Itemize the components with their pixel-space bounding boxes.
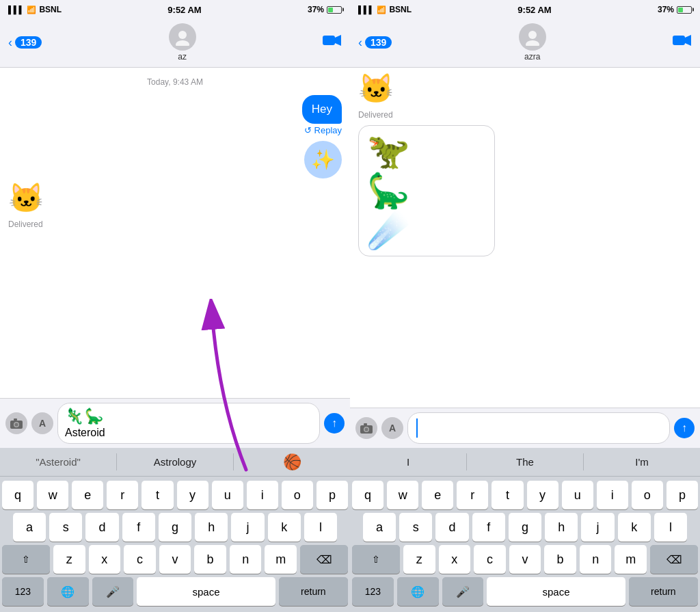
key-globe-1[interactable]: 🌐 — [47, 577, 89, 606]
video-button-2[interactable] — [673, 34, 692, 51]
pred-i-2[interactable]: I — [350, 453, 467, 470]
contact-avatar-2[interactable]: azra — [519, 23, 546, 62]
send-button-2[interactable]: ↑ — [674, 418, 695, 438]
pred-the-2[interactable]: The — [467, 453, 584, 470]
camera-button-1[interactable] — [5, 412, 27, 434]
key-z-1[interactable]: z — [53, 545, 85, 574]
pred-emoji-1[interactable]: 🏀 — [234, 451, 350, 474]
key-l-2[interactable]: l — [654, 513, 687, 542]
key-m-1[interactable]: m — [265, 545, 297, 574]
pred-im-2[interactable]: I'm — [584, 453, 700, 470]
key-w-1[interactable]: w — [37, 481, 68, 509]
key-u-1[interactable]: u — [212, 481, 243, 509]
contact-avatar-1[interactable]: az — [169, 23, 196, 62]
key-num-2[interactable]: 123 — [352, 577, 394, 606]
key-s-1[interactable]: s — [49, 513, 82, 542]
key-c-1[interactable]: c — [124, 545, 156, 574]
key-shift-1[interactable]: ⇧ — [2, 545, 50, 574]
key-a-1[interactable]: a — [13, 513, 46, 542]
key-d-2[interactable]: d — [435, 513, 468, 542]
sticker-longneck: 🦕 — [367, 174, 409, 208]
apps-button-1[interactable]: A — [31, 412, 53, 434]
status-left-1: ▌▌▌ 📶 BSNL — [8, 5, 62, 14]
key-s-2[interactable]: s — [399, 513, 432, 542]
key-x-1[interactable]: x — [89, 545, 121, 574]
pred-astrology-1[interactable]: Astrology — [117, 453, 234, 470]
key-w-2[interactable]: w — [387, 481, 418, 509]
key-row-4-2: 123 🌐 🎤 space return — [352, 577, 698, 606]
key-n-2[interactable]: n — [580, 545, 612, 574]
key-j-2[interactable]: j — [581, 513, 614, 542]
key-h-1[interactable]: h — [195, 513, 228, 542]
key-z-2[interactable]: z — [403, 545, 435, 574]
camera-button-2[interactable] — [355, 417, 377, 439]
time-1: 9:52 AM — [167, 5, 201, 15]
send-icon-1: ↑ — [332, 417, 337, 429]
key-x-2[interactable]: x — [439, 545, 471, 574]
key-r-1[interactable]: r — [107, 481, 138, 509]
input-field-1[interactable]: 🦎 🦕 Asteroid — [57, 403, 320, 444]
video-button-1[interactable] — [323, 34, 342, 51]
battery-icon-1 — [327, 6, 342, 14]
back-count-1[interactable]: 139 — [15, 36, 42, 49]
key-o-2[interactable]: o — [632, 481, 663, 509]
key-r-2[interactable]: r — [457, 481, 488, 509]
key-p-2[interactable]: p — [667, 481, 698, 509]
key-l-1[interactable]: l — [304, 513, 337, 542]
apps-icon-2: A — [389, 423, 396, 434]
key-h-2[interactable]: h — [545, 513, 578, 542]
key-t-2[interactable]: t — [492, 481, 523, 509]
key-f-2[interactable]: f — [472, 513, 505, 542]
key-num-1[interactable]: 123 — [2, 577, 44, 606]
key-g-1[interactable]: g — [159, 513, 191, 542]
key-y-1[interactable]: y — [177, 481, 208, 509]
back-button-2[interactable]: ‹ 139 — [358, 36, 392, 50]
key-u-2[interactable]: u — [562, 481, 593, 509]
key-i-2[interactable]: i — [597, 481, 628, 509]
replay-button[interactable]: ↺ Replay — [304, 125, 342, 135]
key-c-2[interactable]: c — [474, 545, 506, 574]
key-b-1[interactable]: b — [194, 545, 226, 574]
key-y-2[interactable]: y — [527, 481, 558, 509]
back-button-1[interactable]: ‹ 139 — [8, 36, 42, 50]
key-m-2[interactable]: m — [615, 545, 647, 574]
delivered-label-1: Delivered — [8, 219, 43, 229]
key-space-1[interactable]: space — [137, 577, 275, 606]
key-v-2[interactable]: v — [509, 545, 541, 574]
key-g-2[interactable]: g — [509, 513, 541, 542]
key-return-2[interactable]: return — [629, 577, 698, 606]
key-q-2[interactable]: q — [352, 481, 383, 509]
key-mic-1[interactable]: 🎤 — [92, 577, 134, 606]
key-mic-2[interactable]: 🎤 — [442, 577, 484, 606]
key-d-1[interactable]: d — [85, 513, 118, 542]
input-field-2[interactable] — [407, 412, 670, 444]
message-sparkle — [8, 141, 342, 178]
key-a-2[interactable]: a — [363, 513, 396, 542]
key-shift-2[interactable]: ⇧ — [352, 545, 400, 574]
key-delete-1[interactable]: ⌫ — [300, 545, 348, 574]
pred-asteroid-1[interactable]: "Asteroid" — [0, 453, 117, 470]
key-i-1[interactable]: i — [247, 481, 278, 509]
key-f-1[interactable]: f — [122, 513, 155, 542]
apps-button-2[interactable]: A — [381, 417, 403, 439]
key-globe-2[interactable]: 🌐 — [397, 577, 439, 606]
key-v-1[interactable]: v — [159, 545, 191, 574]
back-count-2[interactable]: 139 — [365, 36, 392, 49]
key-space-2[interactable]: space — [487, 577, 625, 606]
send-button-1[interactable]: ↑ — [324, 413, 345, 434]
key-e-2[interactable]: e — [422, 481, 453, 509]
key-return-1[interactable]: return — [279, 577, 348, 606]
key-b-2[interactable]: b — [544, 545, 576, 574]
key-k-2[interactable]: k — [618, 513, 651, 542]
camera-icon-1 — [10, 418, 23, 429]
input-text-1[interactable]: Asteroid — [65, 427, 312, 439]
key-j-1[interactable]: j — [231, 513, 264, 542]
key-p-1[interactable]: p — [317, 481, 348, 509]
key-e-1[interactable]: e — [72, 481, 103, 509]
key-o-1[interactable]: o — [282, 481, 313, 509]
key-k-1[interactable]: k — [268, 513, 301, 542]
key-delete-2[interactable]: ⌫ — [650, 545, 698, 574]
key-t-1[interactable]: t — [142, 481, 173, 509]
key-n-1[interactable]: n — [230, 545, 262, 574]
key-q-1[interactable]: q — [2, 481, 33, 509]
